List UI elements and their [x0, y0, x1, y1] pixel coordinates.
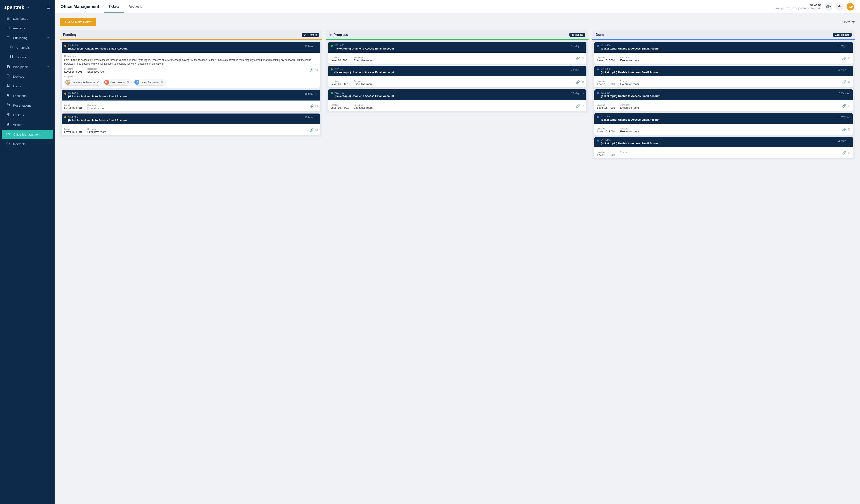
filter-icon [851, 20, 855, 24]
ticket-card[interactable]: #311-456 {ticket topic} Unable to Access… [328, 42, 587, 63]
expand-icon[interactable]: ⧉ [315, 104, 318, 108]
attachment-icon[interactable]: 🔗 [576, 57, 580, 60]
resource-value: Executive room [87, 130, 106, 133]
attachment-icon[interactable]: 🔗 [310, 104, 314, 108]
notifications-button[interactable] [836, 3, 843, 11]
ticket-card[interactable]: #311-456 {ticket topic} Unable to Access… [594, 137, 853, 159]
sidebar-item-dashboard[interactable]: ⊞ Dashboard [2, 14, 53, 23]
add-new-ticket-button[interactable]: + Add New Ticket [60, 18, 96, 26]
attachment-icon[interactable]: 🔗 [310, 68, 314, 72]
expand-icon[interactable]: ⧉ [848, 151, 850, 155]
sidebar-item-analytics[interactable]: Analytics [2, 24, 53, 33]
sidebar-item-channels[interactable]: Channels [2, 43, 53, 52]
attachment-icon[interactable]: 🔗 [576, 80, 580, 84]
attachment-icon[interactable]: 🔗 [842, 57, 846, 60]
more-options-button[interactable]: ⋯ [847, 139, 850, 143]
sidebar-item-reservations[interactable]: Reservations [2, 101, 53, 110]
svg-rect-1 [8, 27, 9, 29]
svg-point-13 [8, 114, 8, 115]
more-options-button[interactable]: ⋯ [314, 92, 318, 96]
sidebar-item-users[interactable]: Users [2, 81, 53, 91]
sidebar-item-publishing[interactable]: Publishing [2, 33, 53, 42]
more-options-button[interactable]: ⋯ [847, 44, 850, 48]
ticket-id: #311-456 [601, 68, 836, 70]
resource-label: Resource: [620, 104, 639, 106]
tab-requests[interactable]: Requests [124, 0, 146, 13]
topbar-right: Welcome Last login: DXB, 13:34 (GMT+4) ·… [775, 3, 854, 11]
expand-icon[interactable]: ⧉ [848, 57, 850, 60]
more-options-button[interactable]: ⋯ [314, 116, 318, 120]
assignee-avatar-cameron: CW [65, 80, 70, 85]
assignee-chip-leslie[interactable]: LA Leslie Alexander ✕ [133, 79, 166, 86]
more-options-button[interactable]: ⋯ [580, 44, 584, 48]
ticket-card[interactable]: #311-456 {ticket topic} Unable to Access… [62, 90, 320, 112]
ticket-card[interactable]: #311-456 {ticket topic} Unable to Access… [594, 113, 853, 135]
card-action-icons: 🔗 ⧉ [842, 80, 850, 84]
more-options-button[interactable]: ⋯ [580, 68, 584, 72]
assignee-chip-cameron[interactable]: CW Cameron Williamson ✕ [64, 79, 101, 86]
menu-toggle-button[interactable]: ☰ [47, 5, 51, 10]
assignee-chip-guy[interactable]: GH Guy Hawkins ✕ [103, 79, 132, 86]
expand-icon[interactable]: ⧉ [582, 104, 584, 108]
remove-assignee-cameron[interactable]: ✕ [97, 80, 99, 84]
location-field: Location: Level 16, F001 [597, 80, 615, 86]
card-body: Location: Level 16, F001 Resource: Execu… [594, 124, 853, 135]
attachment-icon[interactable]: 🔗 [842, 104, 846, 108]
more-options-button[interactable]: ⋯ [580, 91, 584, 95]
attachment-icon[interactable]: 🔗 [310, 128, 314, 132]
welcome-text: Welcome Last login: DXB, 13:34 (GMT+4) ·… [775, 3, 821, 10]
card-action-icons: 🔗 ⧉ [576, 57, 584, 60]
expand-icon[interactable]: ⧉ [582, 57, 584, 60]
card-meta: Location: Level 16, F001 Resource: Execu… [64, 128, 318, 133]
resource-value: Executive room [620, 83, 639, 86]
expand-icon[interactable]: ⧉ [582, 80, 584, 84]
more-options-button[interactable]: ⋯ [314, 44, 318, 48]
card-header: #311-456 {ticket topic} Unable to Access… [328, 42, 587, 53]
ticket-card[interactable]: #311-456 {ticket topic} Unable to Access… [328, 66, 587, 87]
ticket-card[interactable]: #311-456 {ticket topic} Unable to Access… [62, 42, 320, 88]
more-options-button[interactable]: ⋯ [847, 91, 850, 95]
resource-field: Resource: Executive room [620, 80, 639, 86]
filters-button[interactable]: Filters [842, 20, 855, 24]
sidebar-item-lockers[interactable]: Lockers [2, 110, 53, 120]
sidebar-item-devices[interactable]: Devices [2, 72, 53, 81]
workplace-icon [6, 65, 11, 69]
card-meta: Location: Level 16, F001 Resource: Execu… [331, 57, 584, 62]
sidebar-item-locations[interactable]: Locations [2, 91, 53, 100]
sidebar-item-visitors[interactable]: Visitors [2, 120, 53, 129]
attachment-icon[interactable]: 🔗 [842, 151, 846, 155]
status-dot-orange [64, 45, 66, 47]
expand-icon[interactable]: ⧉ [315, 68, 318, 72]
resource-field: Resource: Executive room [354, 57, 373, 62]
more-options-button[interactable]: ⋯ [847, 115, 850, 119]
expand-icon[interactable]: ⧉ [848, 104, 850, 108]
card-header: #311-456 {ticket topic} Unable to Access… [594, 42, 853, 53]
language-button[interactable]: ▾ [825, 3, 832, 11]
ticket-card[interactable]: #311-456 {ticket topic} Unable to Access… [328, 89, 587, 111]
sidebar-item-incidents[interactable]: Incidents [2, 139, 53, 149]
ticket-card[interactable]: #311-456 {ticket topic} Unable to Access… [594, 42, 853, 63]
ticket-card[interactable]: #311-456 {ticket topic} Unable to Access… [62, 114, 320, 135]
sidebar-item-label: Incidents [13, 142, 26, 146]
ticket-date: 15 May [837, 45, 846, 48]
sidebar-item-library[interactable]: Library [2, 53, 53, 62]
expand-icon[interactable]: ⧉ [848, 80, 850, 84]
attachment-icon[interactable]: 🔗 [842, 80, 846, 84]
expand-icon[interactable]: ⧉ [848, 128, 850, 131]
sidebar-item-office-management[interactable]: Office Management [2, 130, 53, 139]
remove-assignee-leslie[interactable]: ✕ [161, 80, 163, 84]
user-avatar-button[interactable]: PM ▾ [847, 3, 854, 11]
ticket-card[interactable]: #311-456 {ticket topic} Unable to Access… [594, 89, 853, 111]
tab-tickets[interactable]: Tickets [104, 0, 124, 13]
attachment-icon[interactable]: 🔗 [576, 104, 580, 108]
expand-icon[interactable]: ⧉ [315, 128, 318, 132]
sidebar-item-label: Users [13, 84, 21, 88]
card-header: #311-456 {ticket topic} Unable to Access… [328, 89, 587, 100]
attachment-icon[interactable]: 🔗 [842, 128, 846, 132]
ticket-card[interactable]: #311-456 {ticket topic} Unable to Access… [594, 66, 853, 87]
remove-assignee-guy[interactable]: ✕ [127, 80, 129, 84]
more-options-button[interactable]: ⋯ [847, 68, 850, 72]
card-meta-fields: Location: Level 16, F001 Resource: Execu… [597, 80, 639, 86]
topbar: Office Management: Tickets Requests Welc… [55, 0, 860, 13]
sidebar-item-workplace[interactable]: Workplace [2, 62, 53, 71]
